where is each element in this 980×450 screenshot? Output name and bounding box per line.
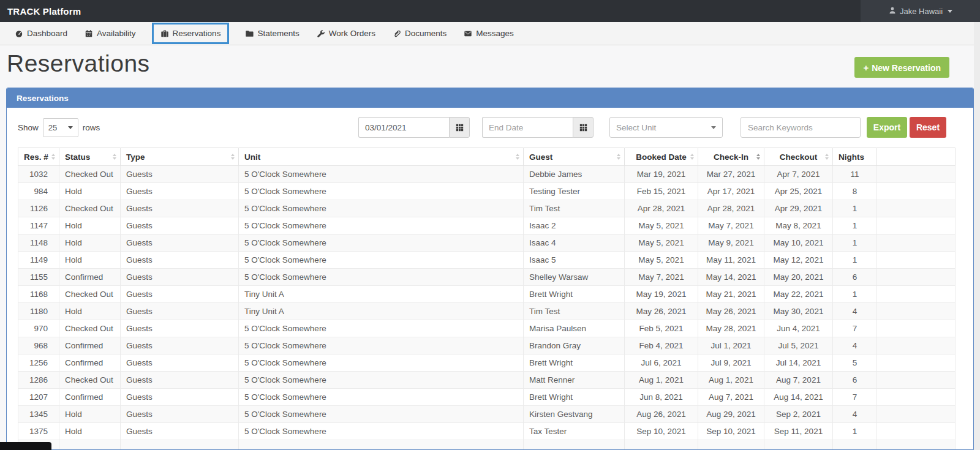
table-row[interactable]: 1375HoldGuests5 O'Clock SomewhereTax Tes… xyxy=(18,423,956,440)
cell-actions xyxy=(877,423,956,440)
cell-guest: Brett Wright xyxy=(524,389,625,406)
new-reservation-button[interactable]: +New Reservation xyxy=(854,57,949,78)
cell-res-number: 1375 xyxy=(18,423,59,440)
column-header-nights: Nights xyxy=(833,148,877,166)
column-header-unit[interactable]: Unit xyxy=(239,148,524,166)
table-row[interactable]: 1032Checked OutGuests5 O'Clock Somewhere… xyxy=(18,166,956,183)
cell-status: Hold xyxy=(59,183,121,200)
cell-guest: Tax Tester xyxy=(524,423,625,440)
cell-guest: Shelley Warsaw xyxy=(524,269,625,286)
table-row[interactable]: 1345HoldGuests5 O'Clock SomewhereKirsten… xyxy=(18,406,956,423)
bottom-overlay-artifact xyxy=(0,442,51,450)
calendar-grid-icon[interactable] xyxy=(449,117,470,138)
cell-actions xyxy=(877,372,956,389)
cell-booked-date: Aug 1, 2021 xyxy=(625,372,698,389)
cell-type: Guests xyxy=(121,303,239,320)
column-header-type[interactable]: Type xyxy=(121,148,239,166)
cell-guest: Isaac 4 xyxy=(524,234,625,252)
cell-check-in: May 11, 2021 xyxy=(698,252,764,269)
table-row[interactable]: 984HoldGuests5 O'Clock SomewhereTesting … xyxy=(18,183,956,200)
reset-button[interactable]: Reset xyxy=(910,117,946,138)
nav-item-statements[interactable]: Statements xyxy=(236,22,307,45)
cell-guest: Isaac 2 xyxy=(524,217,625,234)
envelope-icon xyxy=(464,29,472,38)
nav-item-work-orders[interactable]: Work Orders xyxy=(308,22,384,45)
cell-booked-date: Jun 8, 2021 xyxy=(625,389,698,406)
page-size-select[interactable]: 25 xyxy=(43,118,78,137)
table-row[interactable]: 970Checked OutGuests5 O'Clock SomewhereM… xyxy=(18,320,956,337)
cell-actions xyxy=(877,440,956,450)
cell-nights: 1 xyxy=(833,200,877,217)
chevron-down-icon xyxy=(711,126,716,129)
cell-nights: 6 xyxy=(833,372,877,389)
unit-select[interactable]: Select Unit xyxy=(609,117,723,138)
table-row[interactable]: 1155ConfirmedGuests5 O'Clock SomewhereSh… xyxy=(18,269,956,286)
cell-res-number: 1147 xyxy=(18,217,59,234)
column-header-status[interactable]: Status xyxy=(59,148,121,166)
column-header-check-in[interactable]: Check-In xyxy=(698,148,764,166)
cell-guest xyxy=(524,440,625,450)
table-row[interactable]: 968ConfirmedGuests5 O'Clock SomewhereBra… xyxy=(18,337,956,354)
nav-item-dashboard[interactable]: Dashboard xyxy=(6,22,76,45)
nav-item-documents[interactable]: Documents xyxy=(384,22,455,45)
user-menu[interactable]: Jake Hawaii xyxy=(861,0,980,22)
cell-nights: 4 xyxy=(833,406,877,423)
cell-res-number: 1148 xyxy=(18,234,59,252)
nav-item-label: Reservations xyxy=(173,29,221,38)
nav-item-availability[interactable]: Availability xyxy=(76,22,145,45)
cell-status: Checked Out xyxy=(59,200,121,217)
cell-unit: 5 O'Clock Somewhere xyxy=(239,320,524,337)
table-row[interactable]: 1256ConfirmedGuests5 O'Clock SomewhereBr… xyxy=(18,354,956,372)
calendar-icon xyxy=(85,29,93,38)
cell-check-in: May 9, 2021 xyxy=(698,234,764,252)
nav-item-messages[interactable]: Messages xyxy=(455,22,522,45)
cell-status: Hold xyxy=(59,406,121,423)
cell-type xyxy=(121,440,239,450)
cell-checkout: Jul 5, 2021 xyxy=(764,337,833,354)
cell-check-in: Mar 27, 2021 xyxy=(698,166,764,183)
cell-nights xyxy=(833,440,877,450)
cell-res-number: 970 xyxy=(18,320,59,337)
sort-icon xyxy=(825,154,829,160)
cell-nights: 8 xyxy=(833,183,877,200)
table-row[interactable]: 1126Checked OutGuests5 O'Clock Somewhere… xyxy=(18,200,956,217)
cell-type: Guests xyxy=(121,217,239,234)
nav-item-reservations[interactable]: Reservations xyxy=(152,23,230,44)
column-header-checkout[interactable]: Checkout xyxy=(764,148,833,166)
end-date-input[interactable] xyxy=(482,117,573,138)
table-row[interactable]: 1180HoldGuestsTiny Unit ATim TestMay 26,… xyxy=(18,303,956,320)
cell-type: Guests xyxy=(121,337,239,354)
export-button[interactable]: Export xyxy=(867,117,907,138)
start-date-input[interactable] xyxy=(358,117,449,138)
cell-type: Guests xyxy=(121,166,239,183)
search-input[interactable] xyxy=(741,117,861,138)
cell-booked-date: Feb 4, 2021 xyxy=(625,337,698,354)
cell-unit: 5 O'Clock Somewhere xyxy=(239,337,524,354)
table-row[interactable]: 1168Checked OutGuestsTiny Unit ABrett Wr… xyxy=(18,286,956,303)
cell-check-in: Apr 17, 2021 xyxy=(698,183,764,200)
table-row[interactable]: 1148HoldGuests5 O'Clock SomewhereIsaac 4… xyxy=(18,234,956,252)
table-row[interactable]: 1149HoldGuests5 O'Clock SomewhereIsaac 5… xyxy=(18,252,956,269)
sort-icon xyxy=(51,154,55,160)
cell-guest: Matt Renner xyxy=(524,372,625,389)
cell-unit xyxy=(239,440,524,450)
calendar-grid-icon[interactable] xyxy=(573,117,594,138)
cell-unit: 5 O'Clock Somewhere xyxy=(239,354,524,372)
column-header-res-number[interactable]: Res. # xyxy=(18,148,59,166)
cell-type: Guests xyxy=(121,354,239,372)
cell-type: Guests xyxy=(121,286,239,303)
cell-checkout: Sep 11, 2021 xyxy=(764,423,833,440)
column-header-guest[interactable]: Guest xyxy=(524,148,625,166)
table-row[interactable]: 1286Checked OutGuests5 O'Clock Somewhere… xyxy=(18,372,956,389)
cell-res-number: 1155 xyxy=(18,269,59,286)
cell-res-number: 968 xyxy=(18,337,59,354)
column-header-booked-date[interactable]: Booked Date xyxy=(625,148,698,166)
wrench-icon xyxy=(317,29,325,38)
table-row[interactable]: 1207ConfirmedGuests5 O'Clock SomewhereBr… xyxy=(18,389,956,406)
cell-check-in: Aug 1, 2021 xyxy=(698,372,764,389)
scrollbar[interactable] xyxy=(974,22,980,450)
cell-checkout: Sep 2, 2021 xyxy=(764,406,833,423)
table-row[interactable]: 1147HoldGuests5 O'Clock SomewhereIsaac 2… xyxy=(18,217,956,234)
table-row[interactable] xyxy=(18,440,956,450)
cell-res-number: 1286 xyxy=(18,372,59,389)
